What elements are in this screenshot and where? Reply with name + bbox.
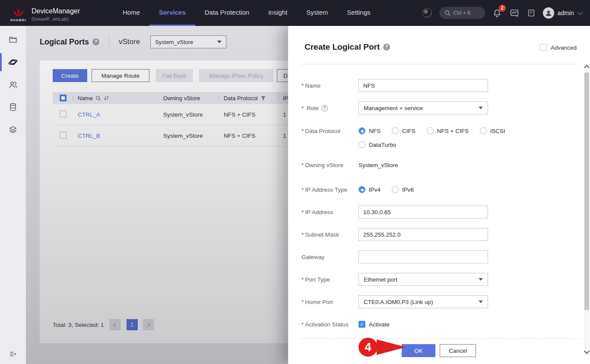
scroll-up-icon[interactable]	[584, 65, 590, 70]
gateway-input[interactable]	[358, 250, 488, 263]
ip-address-input[interactable]	[358, 206, 488, 218]
app-title: DeviceManager	[32, 7, 80, 15]
brand: HUAWEI DeviceManager OceanP...enLab)	[10, 5, 113, 22]
vstore-select[interactable]: System_vStore	[150, 35, 226, 48]
layers-icon	[8, 125, 18, 134]
cancel-button[interactable]: Cancel	[440, 344, 476, 357]
row-checkbox[interactable]	[60, 132, 67, 139]
chevron-down-icon	[479, 278, 483, 281]
chevron-down-icon	[217, 41, 222, 43]
prev-page-button[interactable]	[109, 319, 121, 330]
create-button[interactable]: Create	[53, 69, 87, 82]
sidebar-item-services[interactable]	[0, 51, 26, 73]
radio-option-ipv4[interactable]: IPv4	[358, 186, 381, 193]
role-label: Role ?	[301, 105, 358, 111]
pagination-summary: Total: 3, Selected: 1	[53, 322, 104, 328]
nav-services[interactable]: Services	[149, 0, 195, 26]
port-type-label: Port Type	[301, 276, 358, 283]
sidebar-item-users[interactable]	[0, 73, 26, 96]
home-port-select[interactable]: CTE0.A.IOM0.P3 (Link up)	[358, 295, 488, 308]
radio-option-dataturbo[interactable]: DataTurbo	[358, 141, 396, 148]
global-search[interactable]: Ctrl + K	[439, 7, 485, 19]
port-type-select[interactable]: Ethernet port	[358, 273, 488, 286]
nav-settings[interactable]: Settings	[337, 0, 380, 26]
sidebar-expand-button[interactable]	[0, 348, 26, 361]
nav-system[interactable]: System	[297, 0, 337, 26]
nav-home[interactable]: Home	[113, 0, 149, 26]
radio-option-ipv6[interactable]: IPv6	[392, 186, 414, 193]
ok-button[interactable]: OK	[402, 344, 435, 357]
nav-insight[interactable]: Insight	[259, 0, 297, 26]
filter-icon[interactable]	[260, 95, 266, 101]
help-icon[interactable]: ?	[92, 38, 99, 45]
row-checkbox[interactable]	[60, 111, 67, 117]
report-button[interactable]	[527, 8, 536, 18]
device-sphere-icon[interactable]	[422, 8, 432, 18]
radio-icon[interactable]	[358, 186, 365, 193]
toolbar: Create Manage Route Fail Back Manage IPs…	[53, 69, 294, 82]
create-logical-port-dialog: Create Logical Port ? Advanced Name Role…	[288, 26, 590, 364]
radio-icon[interactable]	[427, 127, 434, 134]
current-page-button[interactable]: 1	[127, 319, 138, 330]
nav-data-protection[interactable]: Data Protection	[195, 0, 259, 26]
dialog-scrollbar[interactable]	[584, 64, 590, 356]
fail-back-button: Fail Back	[156, 69, 193, 82]
notification-badge: 2	[499, 5, 506, 12]
dialog-help-icon[interactable]: ?	[383, 44, 390, 51]
sidebar-item-resources[interactable]	[0, 28, 26, 51]
manage-route-button[interactable]: Manage Route	[92, 69, 149, 82]
port-name-link[interactable]: CTRL_B	[78, 133, 100, 139]
dialog-title: Create Logical Port	[305, 42, 380, 52]
radio-option-iscsi[interactable]: iSCSI	[480, 127, 505, 134]
column-search-icon[interactable]	[95, 95, 101, 101]
notifications-button[interactable]: 2	[492, 8, 502, 18]
manage-ipsec-button: Manage IPsec Policy	[199, 69, 273, 82]
vstore-label: vStore	[119, 38, 140, 46]
radio-option-cifs[interactable]: CIFS	[392, 127, 416, 134]
user-menu[interactable]: admin	[543, 7, 582, 19]
search-icon	[444, 10, 450, 16]
planet-icon	[8, 57, 18, 67]
ip-type-label: IP Address Type	[301, 187, 358, 193]
activate-checkbox[interactable]	[358, 321, 365, 328]
radio-option-nfs[interactable]: NFS	[358, 127, 381, 134]
next-page-button[interactable]	[143, 319, 154, 330]
performance-button[interactable]	[509, 8, 520, 18]
data-protocol-label: Data Protocol	[301, 128, 358, 134]
owning-vstore-value: System_vStore	[358, 162, 398, 168]
role-select[interactable]: Management + service	[358, 101, 488, 114]
subnet-mask-label: Subnet Mask	[301, 231, 358, 238]
document-icon	[527, 8, 536, 18]
advanced-checkbox[interactable]	[540, 44, 547, 51]
radio-icon[interactable]	[392, 127, 399, 134]
scroll-down-icon[interactable]	[584, 348, 590, 354]
advanced-label: Advanced	[551, 44, 577, 51]
sort-icon[interactable]	[104, 95, 110, 101]
radio-icon[interactable]	[480, 127, 487, 134]
radio-option-nfs-cifs[interactable]: NFS + CIFS	[427, 127, 469, 134]
top-header: HUAWEI DeviceManager OceanP...enLab) Hom…	[0, 0, 590, 26]
radio-icon[interactable]	[392, 186, 399, 193]
subnet-mask-input[interactable]	[358, 228, 488, 241]
sidebar-item-storage[interactable]	[0, 96, 26, 118]
select-all-checkbox[interactable]	[60, 95, 67, 101]
advanced-toggle[interactable]: Advanced	[540, 44, 577, 51]
name-input[interactable]	[358, 79, 488, 92]
chevron-down-icon	[479, 301, 483, 303]
activate-option[interactable]: Activate	[358, 321, 390, 328]
expand-menu-icon	[9, 351, 17, 358]
header-actions: Ctrl + K 2	[422, 7, 582, 19]
scrollbar-thumb[interactable]	[584, 73, 589, 310]
role-help-icon[interactable]: ?	[321, 105, 328, 111]
person-icon	[545, 9, 552, 17]
activation-status-label: Activation Status	[301, 321, 358, 328]
step-number: 4	[365, 341, 371, 354]
folder-icon	[8, 35, 18, 44]
port-name-link[interactable]: CTRL_A	[78, 111, 100, 118]
radio-icon[interactable]	[358, 141, 365, 148]
radio-icon[interactable]	[358, 127, 365, 134]
sidebar-item-pools[interactable]	[0, 118, 26, 141]
divider	[300, 339, 579, 339]
gateway-label: Gateway	[301, 254, 358, 260]
page-header: Logical Ports ? vStore System_vStore	[40, 35, 226, 48]
